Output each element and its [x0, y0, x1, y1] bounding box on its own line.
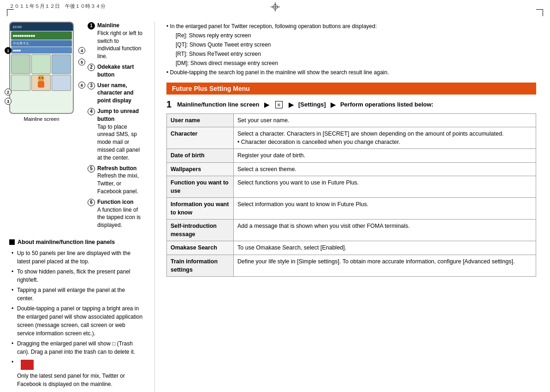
future-plus-heading: Future Plus Setting Menu: [166, 83, 536, 95]
table-row-7: Omakase SearchTo use Omakase Search, sel…: [167, 241, 536, 255]
step-instruction: 1 Mainline/function line screen ▶ ≡ ▶ [S…: [166, 99, 536, 110]
twitter-dm: [DM]: Shows direct message entry screen: [166, 59, 536, 68]
table-value-1: Select a character. Characters in [SECRE…: [234, 127, 536, 149]
table-value-8: Define your life style in [Simple settin…: [234, 255, 536, 276]
num-label-2: Odekake start button: [97, 64, 134, 78]
step-arrow-2: ▶: [289, 101, 294, 108]
page-container: ２０１１年５月１２日 午後１０時３４分 10:00 ■■■■■■■■■■: [0, 0, 550, 392]
svg-point-8: [39, 77, 41, 79]
table-row-5: Information you want to knowSelect infor…: [167, 197, 536, 219]
phone-mockup: 10:00 ■■■■■■■■■■ やせ菜 6 む ■■■■: [9, 22, 74, 114]
num-circle-5: 5: [88, 165, 95, 172]
main-layout: 10:00 ■■■■■■■■■■ やせ菜 6 む ■■■■: [0, 12, 550, 392]
num-text-4: Jump to unread button Tap to place unrea…: [97, 107, 143, 162]
step-arrow-3: ▶: [331, 101, 336, 108]
num-label-4: Jump to unread button: [97, 108, 139, 122]
left-column: 10:00 ■■■■■■■■■■ やせ菜 6 む ■■■■: [9, 22, 143, 392]
table-row-8: Train information settingsDefine your li…: [167, 255, 536, 276]
num-desc-5: Refresh the mixi, Twitter, or Facebook p…: [97, 172, 139, 195]
bullet-item-3: Double-tapping a panel or tapping a brig…: [12, 303, 143, 339]
bullet-item-4: Dragging the enlarged panel will show □ …: [12, 339, 143, 357]
step-settings-label: [Settings]: [298, 101, 326, 108]
table-row-4: Function you want to useSelect functions…: [167, 176, 536, 197]
num-item-3: 3 User name, character and point display: [88, 82, 143, 105]
svg-point-9: [42, 77, 43, 79]
black-square-icon: [9, 239, 15, 245]
twitter-section: • In the enlarged panel for Twitter rece…: [166, 22, 536, 77]
table-label-1: Character: [167, 127, 234, 149]
num-label-6: Function icon: [97, 199, 134, 205]
num-circle-1: 1: [88, 22, 95, 30]
num-circle-4: 4: [88, 108, 95, 115]
table-value-7: To use Omakase Search, select [Enabled].: [234, 241, 536, 255]
bullet-item-2: Tapping a panel will enlarge the panel a…: [12, 285, 143, 303]
about-heading: About mainline/function line panels: [9, 239, 143, 245]
twitter-qt: [QT]: Shows Quote Tweet entry screen: [166, 40, 536, 49]
num-label-5: Refresh button: [97, 165, 136, 172]
phone-badge-2: 2: [5, 89, 12, 95]
step-number: 1: [166, 99, 172, 110]
num-text-6: Function icon A function line of the tap…: [97, 198, 143, 229]
num-item-1: 1 Mainline Flick right or left to switch…: [88, 22, 143, 60]
num-text-1: Mainline Flick right or left to switch t…: [97, 22, 143, 60]
header-date: ２０１１年５月１２日 午後１０時３４分: [9, 3, 106, 9]
column-divider: [154, 22, 155, 392]
num-item-2: 2 Odekake start button: [88, 63, 143, 79]
bullet-list: Up to 50 panels per line are displayed w…: [9, 248, 143, 392]
table-row-0: User nameSet your user name.: [167, 114, 536, 127]
step-menu-icon: ≡: [275, 101, 283, 108]
num-text-3: User name, character and point display: [97, 82, 143, 105]
settings-table: User nameSet your user name.CharacterSel…: [166, 113, 536, 277]
table-row-2: Date of birthRegister your date of birth…: [167, 149, 536, 162]
bullet-item-1: To show hidden panels, flick the present…: [12, 267, 143, 285]
num-text-2: Odekake start button: [97, 63, 143, 79]
table-label-2: Date of birth: [167, 149, 234, 162]
num-circle-6: 6: [88, 199, 95, 206]
table-value-6: Add a message that is shown when you vis…: [234, 220, 536, 241]
table-value-0: Set your user name.: [234, 114, 536, 127]
bullet-item-red: Only the latest send panel for mix, Twit…: [12, 357, 143, 389]
num-item-4: 4 Jump to unread button Tap to place unr…: [88, 107, 143, 162]
table-label-8: Train information settings: [167, 255, 234, 276]
table-row-3: WallpapersSelect a screen theme.: [167, 162, 536, 176]
table-label-3: Wallpapers: [167, 162, 234, 176]
bullet-item-6: Tap the image area in the enlarged panel…: [12, 389, 143, 392]
num-text-5: Refresh button Refresh the mixi, Twitter…: [97, 165, 143, 196]
table-label-6: Self-introduction message: [167, 220, 234, 241]
numbered-labels: 1 Mainline Flick right or left to switch…: [78, 22, 143, 232]
corner-mark-tl: [7, 9, 14, 16]
right-column: • In the enlarged panel for Twitter rece…: [166, 22, 536, 392]
num-desc-6: A function line of the tapped icon is di…: [97, 207, 141, 229]
twitter-intro: • In the enlarged panel for Twitter rece…: [166, 22, 536, 31]
bullet-item-0: Up to 50 panels per line are displayed w…: [12, 248, 143, 267]
table-value-5: Select information you want to know in F…: [234, 197, 536, 219]
num-label-3: User name, character and point display: [97, 82, 134, 104]
step-arrow-1: ▶: [264, 101, 269, 108]
twitter-re: [Re]: Shows reply entry screen: [166, 31, 536, 40]
red-square-icon: [21, 360, 34, 370]
num-desc-1: Flick right or left to switch to individ…: [97, 30, 142, 59]
table-value-3: Select a screen theme.: [234, 162, 536, 176]
num-desc-4: Tap to place unread SMS, sp mode mail or…: [97, 124, 140, 161]
twitter-search: • Double-tapping the search log panel in…: [166, 68, 536, 77]
svg-point-6: [38, 75, 44, 82]
phone-badge-1: 1: [5, 47, 12, 54]
corner-mark-tr: [536, 9, 543, 16]
table-label-7: Omakase Search: [167, 241, 234, 255]
num-item-5: 5 Refresh button Refresh the mixi, Twitt…: [88, 165, 143, 196]
phone-section: 10:00 ■■■■■■■■■■ やせ菜 6 む ■■■■: [9, 22, 143, 232]
phone-badge-3: 3: [5, 98, 12, 105]
twitter-rt: [RT]: Shows ReTweet entry screen: [166, 49, 536, 59]
table-label-5: Information you want to know: [167, 197, 234, 219]
about-heading-text: About mainline/function line panels: [18, 239, 115, 245]
num-label-1: Mainline: [97, 22, 119, 29]
step-text-before: Mainline/function line screen: [177, 101, 259, 108]
step-text-after: Perform operations listed below:: [340, 101, 433, 108]
about-section: About mainline/function line panels Up t…: [9, 239, 143, 392]
table-value-4: Select functions you want to use in Futu…: [234, 176, 536, 197]
table-row-6: Self-introduction messageAdd a message t…: [167, 220, 536, 241]
crosshair-top: [271, 2, 280, 13]
table-value-2: Register your date of birth.: [234, 149, 536, 162]
num-circle-3: 3: [88, 82, 95, 89]
svg-rect-7: [38, 81, 44, 88]
